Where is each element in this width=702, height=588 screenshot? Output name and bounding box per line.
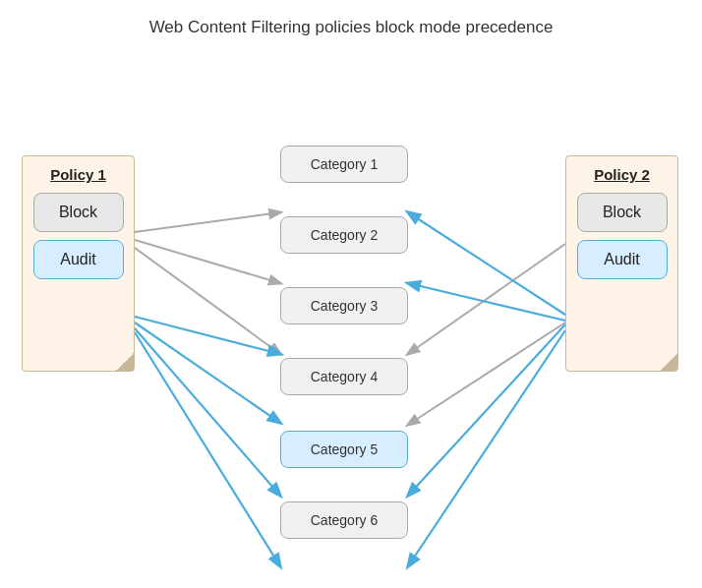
svg-line-0: [135, 212, 280, 232]
svg-line-8: [135, 332, 280, 566]
category-2: Category 2: [280, 216, 408, 254]
policy1-box: Policy 1 Block Audit: [22, 155, 135, 372]
category-1: Category 1: [280, 146, 408, 183]
svg-line-10: [408, 330, 565, 566]
category-4: Category 4: [280, 358, 408, 395]
policy2-box: Policy 2 Block Audit: [565, 155, 678, 372]
svg-line-7: [135, 328, 280, 496]
svg-line-2: [135, 248, 280, 354]
category-3: Category 3: [280, 287, 408, 324]
policy2-title: Policy 2: [574, 166, 670, 183]
policy2-audit: Audit: [577, 240, 668, 279]
page-title: Web Content Filtering policies block mod…: [0, 0, 702, 47]
svg-line-6: [135, 323, 280, 423]
category-6: Category 6: [280, 501, 408, 539]
category-5: Category 5: [280, 431, 408, 468]
policy2-block: Block: [577, 193, 668, 232]
svg-line-1: [135, 240, 280, 283]
svg-line-11: [408, 212, 565, 315]
svg-line-3: [408, 244, 565, 354]
policy1-title: Policy 1: [30, 166, 126, 183]
svg-line-12: [408, 283, 565, 321]
policy1-block: Block: [33, 193, 124, 232]
policy1-audit: Audit: [33, 240, 124, 279]
svg-line-5: [135, 317, 280, 354]
svg-line-9: [408, 324, 565, 496]
svg-line-4: [408, 323, 565, 425]
